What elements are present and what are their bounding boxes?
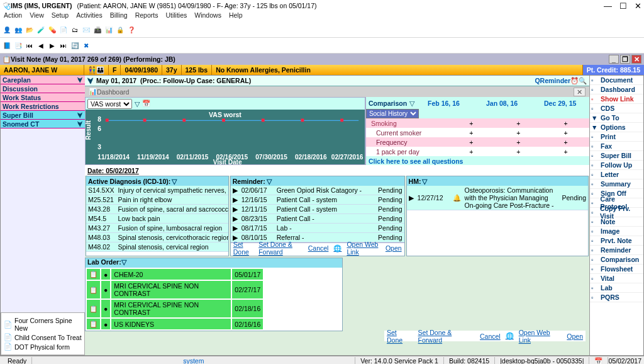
open-link[interactable]: Open [567, 333, 583, 340]
tb2-refresh-icon[interactable]: 🔄 [70, 40, 80, 50]
tb-icon-9[interactable]: 📠 [92, 25, 103, 35]
open-web-link[interactable]: Open Web Link [347, 241, 380, 256]
table-row[interactable]: 📋●MRI CERVICAL SPINE NON CONTRAST02/27/1… [87, 281, 263, 299]
set-done-link[interactable]: Set Done [233, 241, 253, 256]
right-item-note[interactable]: ▫Note [590, 217, 643, 227]
right-item-document[interactable]: ▫Document [590, 76, 643, 85]
table-row[interactable]: 📋●CHEM-2005/01/17 [87, 269, 263, 280]
dashboard-close[interactable]: ✕ [574, 88, 586, 96]
tb-icon-5[interactable]: 💊 [47, 25, 57, 35]
table-row[interactable]: ▶12/16/15Patient Call - systemPending [231, 195, 404, 205]
tb2-nav-first[interactable]: ⏮ [25, 40, 35, 50]
table-row[interactable]: ▶08/23/15Patient Call -Pending [231, 214, 404, 224]
menu-view[interactable]: View [30, 11, 44, 22]
table-row[interactable]: M48.03Spinal stenosis, cervicothoracic r… [86, 233, 229, 242]
filter-icon[interactable]: ▽ [422, 178, 427, 185]
tb-icon-4[interactable]: 🧪 [36, 25, 46, 35]
minimize-button[interactable]: — [604, 1, 612, 11]
filter-icon[interactable]: ▽ [121, 258, 126, 266]
tb2-nav-prev[interactable]: ◀ [36, 40, 46, 50]
right-item-super-bill[interactable]: ▫Super Bill [590, 151, 643, 161]
table-row[interactable]: ▶08/17/15Lab -Pending [231, 224, 404, 233]
nav-careplan[interactable]: Careplan⮟ [1, 76, 85, 84]
table-row[interactable]: M43.27Fusion of spine, lumbosacral regio… [86, 224, 229, 233]
form-item[interactable]: DOT Physical form [14, 343, 70, 351]
right-item-follow-up[interactable]: ▫Follow Up [590, 161, 643, 170]
set-done-fwd-link[interactable]: Set Done & Forward [418, 329, 475, 344]
tb-icon-2[interactable]: 👥 [13, 25, 23, 35]
open-web-link[interactable]: Open Web Link [519, 329, 562, 344]
menu-utilities[interactable]: Utilities [165, 11, 187, 22]
max-sub-button[interactable]: ❐ [620, 55, 630, 64]
tb2-icon-2[interactable]: 📑 [13, 40, 23, 50]
right-item-print[interactable]: ▫Print [590, 132, 643, 142]
close-sub-button[interactable]: ✕ [631, 55, 641, 64]
status-cal-icon[interactable]: 📅 [589, 357, 608, 365]
tb2-icon-1[interactable]: 📘 [2, 40, 12, 50]
right-item-comparison[interactable]: ▫Comparison [590, 255, 643, 264]
right-item-prvt-note[interactable]: ▫Prvt. Note [590, 236, 643, 246]
nav-work-restrictions[interactable]: Work Restrictions [1, 102, 85, 111]
cancel-link[interactable]: Cancel [308, 244, 329, 252]
right-item-options[interactable]: ▼Options [590, 123, 643, 132]
tb2-nav-last[interactable]: ⏭ [58, 40, 69, 50]
min-sub-button[interactable]: _ [609, 55, 619, 64]
tb-icon-6[interactable]: 📄 [58, 25, 69, 35]
right-item-reminder[interactable]: ▫Reminder [590, 246, 643, 255]
filter-icon[interactable]: ▽ [409, 100, 414, 107]
patient-icons[interactable]: 👫👪 [84, 65, 109, 75]
chart-cal-icon[interactable]: 📅 [142, 100, 150, 108]
right-item-fax[interactable]: ▫Fax [590, 142, 643, 151]
tb-icon-1[interactable]: 👤 [2, 25, 12, 35]
collapse-icon[interactable]: ⮟ [87, 77, 94, 84]
comp-date3[interactable]: Dec 29, 15 [531, 100, 589, 107]
menu-setup[interactable]: Setup [52, 11, 69, 22]
qreminder-icon[interactable]: ⏰🔍 [570, 77, 587, 85]
menu-windows[interactable]: Windows [194, 11, 221, 22]
form-item[interactable]: Four Corners Spine New [14, 317, 82, 332]
right-item-flowsheet[interactable]: ▫Flowsheet [590, 264, 643, 274]
right-item-summary[interactable]: ▫Summary [590, 179, 643, 189]
tb-icon-11[interactable]: 🔒 [115, 25, 125, 35]
right-item-vital[interactable]: ▫Vital [590, 274, 643, 283]
right-item-image[interactable]: ▫Image [590, 227, 643, 236]
right-item-dashboard[interactable]: ▫Dashboard [590, 85, 643, 94]
comp-date1[interactable]: Feb 16, 16 [414, 100, 473, 107]
table-row[interactable]: ▶12/27/12🔔Osteoporosis: Communication wi… [407, 186, 588, 210]
table-row[interactable]: 📋●MRI CERVICAL SPINE NON CONTRAST02/18/1… [87, 300, 263, 317]
table-row[interactable]: S14.5XXInjury of cervical sympathetic ne… [86, 186, 229, 195]
set-done-fwd-link[interactable]: Set Done & Forward [258, 241, 303, 256]
open-link[interactable]: Open [386, 244, 402, 252]
menu-help[interactable]: Help [229, 11, 243, 22]
right-item-letter[interactable]: ▫Letter [590, 170, 643, 179]
tb-icon-7[interactable]: 🗂 [70, 25, 80, 35]
filter-icon[interactable]: ▽ [172, 178, 177, 185]
nav-work-status[interactable]: Work Status [1, 93, 85, 102]
tb2-nav-next[interactable]: ▶ [47, 40, 57, 50]
tb-icon-3[interactable]: 📂 [25, 25, 35, 35]
set-done-link[interactable]: Set Done [387, 329, 413, 344]
tb-icon-8[interactable]: ✉️ [81, 25, 91, 35]
comp-date2[interactable]: Jan 08, 16 [473, 100, 531, 107]
maximize-button[interactable]: ☐ [619, 1, 627, 11]
nav-snomed[interactable]: Snomed CT⮟ [1, 120, 85, 128]
table-row[interactable]: M25.521Pain in right elbow10/0 [86, 195, 229, 205]
menu-action[interactable]: Action [4, 11, 22, 22]
cancel-link[interactable]: Cancel [480, 333, 501, 340]
nav-discussion[interactable]: Discussion [1, 84, 85, 93]
right-item-cds[interactable]: ▫CDS [590, 104, 643, 113]
nav-super-bill[interactable]: Super Bill⮟ [1, 111, 85, 120]
menu-billing[interactable]: Billing [110, 11, 128, 22]
right-item-pqrs[interactable]: ▫PQRS [590, 293, 643, 302]
right-item-go-to[interactable]: ▼Go To [590, 113, 643, 123]
form-item[interactable]: Child Consent To Treat [14, 334, 82, 341]
filter-icon[interactable]: ▽ [267, 178, 272, 185]
table-row[interactable]: M43.28Fusion of spine, sacral and sacroc… [86, 205, 229, 214]
tb2-close-icon[interactable]: ✖ [81, 40, 91, 50]
menu-activities[interactable]: Activities [76, 11, 102, 22]
tb-icon-10[interactable]: 📊 [104, 25, 114, 35]
tb-icon-12[interactable]: ❓ [126, 25, 136, 35]
table-row[interactable]: 📋●US KIDNEYS02/16/16 [87, 319, 263, 329]
menu-reports[interactable]: Reports [135, 11, 158, 22]
comparison-select[interactable]: Social History [366, 109, 419, 118]
